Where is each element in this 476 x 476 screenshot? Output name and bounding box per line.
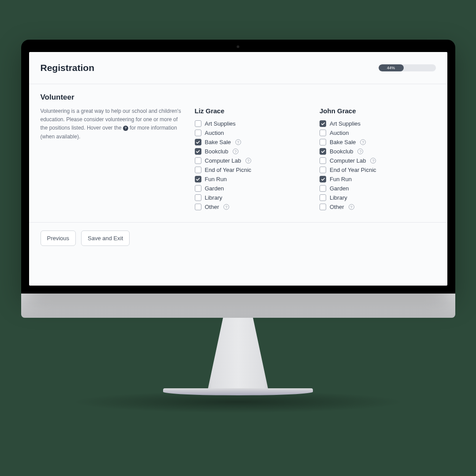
checkbox[interactable] [320,120,326,127]
checkbox-label: Art Supplies [205,120,236,127]
checkbox-row: Fun Run [320,175,436,184]
checkbox[interactable] [195,167,201,173]
checkbox[interactable] [195,194,201,201]
camera-icon [237,45,239,48]
progress-text: 44% [387,66,395,70]
checkbox[interactable] [320,139,326,145]
monitor-mockup: Registration 44% Volunteer Volunteering … [21,40,455,395]
checkbox[interactable] [320,204,326,210]
question-circle-icon: ? [123,126,128,131]
help-icon[interactable]: ? [360,139,366,145]
checkbox[interactable] [195,130,201,136]
checkbox-label: End of Year Picnic [205,167,252,173]
person-column: John GraceArt SuppliesAuctionBake Sale?B… [320,107,436,212]
save-and-exit-button[interactable]: Save and Exit [81,231,130,246]
checkbox-row: Fun Run [195,175,311,184]
checkbox-label: Fun Run [205,176,227,182]
help-icon[interactable]: ? [245,158,251,164]
previous-button[interactable]: Previous [41,231,76,246]
checkbox-row: Library [195,193,311,202]
checkbox-row: Computer Lab? [195,156,311,165]
header-divider [29,84,447,84]
checkbox-label: Garden [330,185,349,192]
checkbox-label: Computer Lab [205,157,241,164]
help-icon[interactable]: ? [233,149,238,154]
checkbox[interactable] [320,148,326,155]
checkbox-label: Other [205,204,219,210]
checkbox[interactable] [320,194,326,201]
checkbox[interactable] [320,185,326,192]
checkbox[interactable] [195,176,201,182]
person-column: Liz GraceArt SuppliesAuctionBake Sale?Bo… [195,107,311,212]
person-name: Liz Grace [195,107,311,115]
checkbox-label: Bookclub [330,148,353,155]
section-title: Volunteer [41,93,436,102]
checkbox-label: Bake Sale [205,139,231,145]
monitor-base [163,388,313,395]
monitor-stand [201,318,275,388]
progress-bar: 44% [379,64,436,71]
checkbox-label: Garden [205,185,224,192]
checkbox[interactable] [195,185,201,192]
checkbox-row: Art Supplies [195,119,311,128]
checkbox-row: Other? [195,202,311,212]
checkbox-label: Auction [205,130,224,136]
page-title: Registration [41,63,95,73]
checkbox-label: End of Year Picnic [330,167,376,173]
monitor-chin [21,294,455,318]
checkbox-row: Auction [320,128,436,138]
checkbox-label: Art Supplies [330,120,361,127]
volunteer-description: Volunteering is a great way to help our … [41,107,186,212]
checkbox[interactable] [195,120,201,127]
checkbox-row: Bookclub? [195,147,311,156]
help-icon[interactable]: ? [223,204,229,210]
checkbox-row: End of Year Picnic [195,165,311,175]
checkbox[interactable] [320,176,326,182]
checkbox-label: Fun Run [330,176,352,182]
checkbox-label: Bake Sale [330,139,356,145]
help-icon[interactable]: ? [370,158,376,164]
checkbox-label: Library [330,194,347,201]
checkbox-label: Other [330,204,344,210]
person-name: John Grace [320,107,436,115]
checkbox[interactable] [195,157,201,164]
checkbox-row: Bookclub? [320,147,436,156]
screen: Registration 44% Volunteer Volunteering … [29,52,447,286]
checkbox[interactable] [195,148,201,155]
checkbox-row: Bake Sale? [320,138,436,147]
checkbox-label: Auction [330,130,349,136]
monitor-bezel: Registration 44% Volunteer Volunteering … [21,40,455,294]
help-icon[interactable]: ? [235,139,241,145]
checkbox-label: Bookclub [205,148,228,155]
checkbox-row: Other? [320,202,436,212]
checkbox[interactable] [195,204,201,210]
checkbox-row: End of Year Picnic [320,165,436,175]
checkbox-row: Library [320,193,436,202]
checkbox-row: Auction [195,128,311,138]
checkbox-row: Garden [320,184,436,193]
checkbox-row: Garden [195,184,311,193]
checkbox[interactable] [320,130,326,136]
help-icon[interactable]: ? [357,149,363,154]
checkbox-label: Library [205,194,223,201]
checkbox[interactable] [320,157,326,164]
checkbox[interactable] [320,167,326,173]
checkbox-row: Art Supplies [320,119,436,128]
help-icon[interactable]: ? [349,204,354,210]
checkbox-row: Bake Sale? [195,138,311,147]
checkbox-label: Computer Lab [330,157,366,164]
checkbox[interactable] [195,139,201,145]
checkbox-row: Computer Lab? [320,156,436,165]
